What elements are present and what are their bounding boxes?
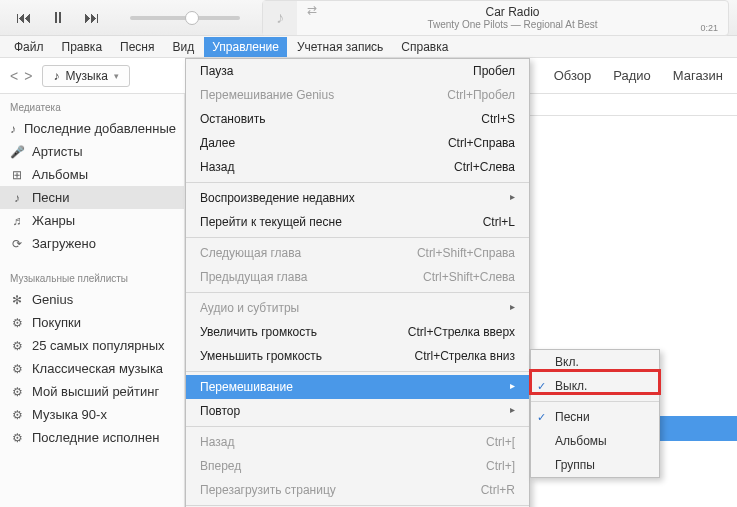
sidebar-icon: ♬ [10,214,24,228]
sidebar-label: Мой высший рейтинг [32,384,159,399]
menu-справка[interactable]: Справка [393,37,456,57]
menu-item-label: Перезагрузить страницу [200,483,336,497]
submenu-item[interactable]: ✓Выкл. [531,374,659,398]
menu-item-label: Перейти к текущей песне [200,215,342,229]
submenu-item[interactable]: ✓Песни [531,405,659,429]
sidebar-section-library: Медиатека [0,94,184,117]
sidebar-section-playlists: Музыкальные плейлисты [0,265,184,288]
sidebar-icon: ⚙ [10,408,24,422]
check-icon: ✓ [537,411,546,424]
menu-item: Следующая главаCtrl+Shift+Справа [186,241,529,265]
menu-item: Перезагрузить страницуCtrl+R [186,478,529,502]
playback-toolbar: ⏮ ⏸ ⏭ ♪ ⇄ Car Radio Twenty One Pilots — … [0,0,737,36]
volume-knob[interactable] [185,11,199,25]
menu-учетная запись[interactable]: Учетная запись [289,37,391,57]
track-subtitle: Twenty One Pilots — Regional At Best [297,19,728,30]
volume-slider[interactable] [130,16,240,20]
next-track-button[interactable]: ⏭ [84,9,100,27]
menu-item[interactable]: ДалееCtrl+Справа [186,131,529,155]
menu-item-label: Назад [200,160,234,174]
sidebar: Медиатека ♪Последние добавленные🎤Артисты… [0,94,185,507]
sidebar-item[interactable]: ⚙Покупки [0,311,184,334]
menu-item: Предыдущая главаCtrl+Shift+Слева [186,265,529,289]
sidebar-item[interactable]: 🎤Артисты [0,140,184,163]
menu-item[interactable]: Увеличить громкостьCtrl+Стрелка вверх [186,320,529,344]
sidebar-item[interactable]: ♪Песни [0,186,184,209]
sidebar-icon: ♪ [10,122,16,136]
menu-файл[interactable]: Файл [6,37,52,57]
sidebar-item[interactable]: ♬Жанры [0,209,184,232]
sidebar-label: Загружено [32,236,96,251]
menu-item[interactable]: Перейти к текущей песнеCtrl+L [186,210,529,234]
shuffle-submenu: Вкл.✓Выкл.✓ПесниАльбомыГруппы [530,349,660,478]
menu-shortcut: Пробел [473,64,515,78]
album-art-icon: ♪ [263,1,297,35]
menu-item: НазадCtrl+[ [186,430,529,454]
menu-item-label: Далее [200,136,235,150]
sidebar-item[interactable]: ⟳Загружено [0,232,184,255]
sidebar-icon: ⟳ [10,237,24,251]
sidebar-item[interactable]: ⚙Классическая музыка [0,357,184,380]
menu-песня[interactable]: Песня [112,37,162,57]
sidebar-icon: ⚙ [10,339,24,353]
prev-track-button[interactable]: ⏮ [16,9,32,27]
back-button[interactable]: < [10,68,18,84]
menu-shortcut: Ctrl+Shift+Справа [417,246,515,260]
sidebar-icon: ♪ [10,191,24,205]
menu-shortcut: Ctrl+Стрелка вверх [408,325,515,339]
sidebar-icon: ⊞ [10,168,24,182]
library-selector[interactable]: ♪ Музыка ▾ [42,65,129,87]
sidebar-item[interactable]: ♪Последние добавленные [0,117,184,140]
sidebar-icon: ⚙ [10,316,24,330]
menu-item-label: Уменьшить громкость [200,349,322,363]
sidebar-label: Genius [32,292,73,307]
menu-item-label: Воспроизведение недавних [200,191,355,205]
sidebar-icon: ⚙ [10,385,24,399]
menu-item[interactable]: НазадCtrl+Слева [186,155,529,179]
menu-item[interactable]: Повтор [186,399,529,423]
sidebar-item[interactable]: ⚙Мой высший рейтинг [0,380,184,403]
sidebar-item[interactable]: ⊞Альбомы [0,163,184,186]
menu-item[interactable]: ОстановитьCtrl+S [186,107,529,131]
menu-item-label: Остановить [200,112,266,126]
menu-item-label: Следующая глава [200,246,301,260]
sidebar-item[interactable]: ⚙25 самых популярных [0,334,184,357]
headtab[interactable]: Магазин [673,68,723,83]
menu-item[interactable]: ПаузаПробел [186,59,529,83]
menu-item[interactable]: Перемешивание [186,375,529,399]
menu-правка[interactable]: Правка [54,37,111,57]
sidebar-label: Артисты [32,144,83,159]
menu-shortcut: Ctrl+R [481,483,515,497]
submenu-item[interactable]: Альбомы [531,429,659,453]
headtab[interactable]: Обзор [554,68,592,83]
menu-shortcut: Ctrl+Стрелка вниз [414,349,515,363]
menu-item-label: Вперед [200,459,241,473]
sidebar-item[interactable]: ⚙Музыка 90-х [0,403,184,426]
elapsed-time: 0:21 [700,23,718,33]
control-menu-dropdown: ПаузаПробелПеремешивание GeniusCtrl+Проб… [185,58,530,507]
submenu-label: Песни [555,410,590,424]
menu-item: Перемешивание GeniusCtrl+Пробел [186,83,529,107]
shuffle-icon[interactable]: ⇄ [307,3,317,17]
pause-button[interactable]: ⏸ [50,9,66,27]
sidebar-item[interactable]: ✻Genius [0,288,184,311]
menu-item-label: Повтор [200,404,240,418]
menu-управление[interactable]: Управление [204,37,287,57]
submenu-label: Вкл. [555,355,579,369]
menu-вид[interactable]: Вид [165,37,203,57]
menu-item: Аудио и субтитры [186,296,529,320]
chevron-down-icon: ▾ [114,71,119,81]
sidebar-icon: ⚙ [10,431,24,445]
sidebar-label: 25 самых популярных [32,338,165,353]
headtab[interactable]: Радио [613,68,651,83]
forward-button[interactable]: > [24,68,32,84]
menu-item[interactable]: Воспроизведение недавних [186,186,529,210]
sidebar-item[interactable]: ⚙Последние исполнен [0,426,184,449]
menu-item[interactable]: Уменьшить громкостьCtrl+Стрелка вниз [186,344,529,368]
submenu-item[interactable]: Группы [531,453,659,477]
menu-shortcut: Ctrl+Справа [448,136,515,150]
menu-shortcut: Ctrl+L [483,215,515,229]
submenu-label: Альбомы [555,434,607,448]
menu-shortcut: Ctrl+[ [486,435,515,449]
submenu-item[interactable]: Вкл. [531,350,659,374]
